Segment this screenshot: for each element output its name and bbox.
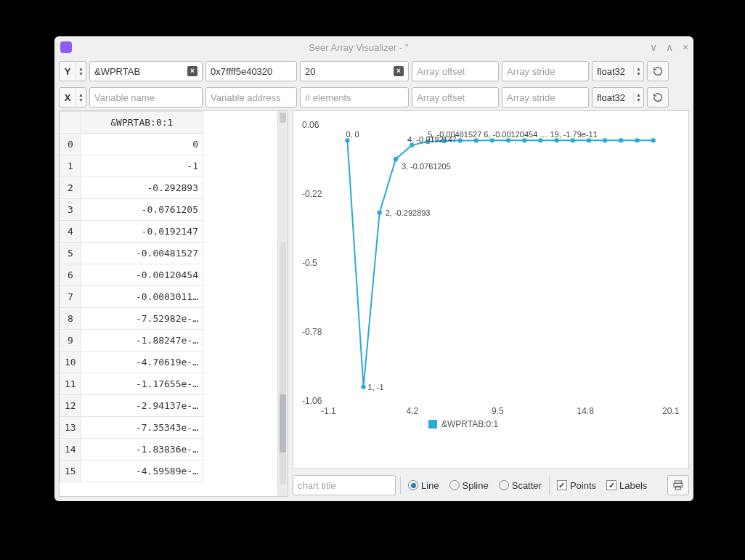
table-header[interactable]: &WPRTAB:0:1: [81, 112, 203, 134]
radio-spline[interactable]: Spline: [447, 480, 492, 491]
table-row[interactable]: 7-0.0003011…: [60, 286, 203, 308]
x-elements-placeholder: # elements: [305, 92, 351, 103]
scrollbar-thumb[interactable]: [280, 113, 286, 123]
table-row[interactable]: 13-7.35343e-…: [60, 417, 203, 439]
y-tick: -1.06: [302, 396, 322, 406]
row-index: 4: [60, 221, 81, 243]
body: &WPRTAB:0:1 001-12-0.2928933-0.07612054-…: [54, 110, 693, 501]
separator: [549, 476, 550, 494]
row-value: -0.00481527: [81, 243, 203, 264]
radio-scatter[interactable]: Scatter: [496, 480, 545, 491]
x-var-addr-input[interactable]: Variable address: [205, 87, 297, 107]
table-row[interactable]: 11-1.17655e-…: [60, 373, 203, 395]
check-labels[interactable]: ✓Labels: [603, 480, 650, 491]
x-var-name-input[interactable]: Variable name: [89, 87, 203, 107]
x-refresh-button[interactable]: [647, 87, 669, 107]
point-label-cluster: 5, -0.00481527 6, -0.00120454 … 19, -1.7…: [428, 130, 598, 139]
clear-icon[interactable]: ×: [187, 66, 198, 76]
chart-title-input[interactable]: chart title: [293, 475, 396, 495]
row-index: 2: [60, 177, 81, 199]
radio-line[interactable]: Line: [405, 480, 442, 491]
clear-icon[interactable]: ×: [394, 66, 404, 76]
spinner-icon[interactable]: ▲▼: [76, 88, 86, 107]
minimize-button[interactable]: ∨: [646, 41, 661, 53]
y-var-name-input[interactable]: &WPRTAB ×: [89, 61, 203, 81]
svg-point-3: [394, 157, 398, 161]
radio-dot-icon: [449, 480, 460, 490]
table-row[interactable]: 00: [60, 134, 203, 155]
x-dtype-value: float32: [597, 92, 625, 103]
row-index: 9: [60, 330, 81, 352]
y-elements-input[interactable]: 20 ×: [300, 61, 409, 81]
row-value: -4.59589e-…: [81, 460, 203, 482]
y-stride-input[interactable]: Array stride: [502, 61, 589, 81]
table-row[interactable]: 6-0.00120454: [60, 264, 203, 286]
y-var-name-value: &WPRTAB: [94, 66, 140, 77]
table-row[interactable]: 2-0.292893: [60, 177, 203, 199]
table-scroll[interactable]: &WPRTAB:0:1 001-12-0.2928933-0.07612054-…: [60, 111, 277, 496]
row-index: 6: [60, 264, 81, 286]
x-stride-input[interactable]: Array stride: [502, 87, 589, 107]
x-offset-placeholder: Array offset: [417, 92, 465, 103]
chart-title-placeholder: chart title: [298, 480, 336, 491]
table-row[interactable]: 12-2.94137e-…: [60, 395, 203, 417]
table-row[interactable]: 3-0.0761205: [60, 199, 203, 221]
y-offset-placeholder: Array offset: [417, 66, 465, 77]
spinner-icon[interactable]: ▲▼: [76, 62, 86, 81]
row-value: 0: [81, 134, 203, 155]
scrollbar[interactable]: [277, 111, 288, 496]
y-axis-select[interactable]: Y ▲▼: [59, 61, 86, 81]
row-index: 12: [60, 395, 81, 417]
scrollbar-thumb-bottom[interactable]: [280, 394, 286, 453]
row-index: 14: [60, 439, 81, 460]
x-tick: 4.2: [407, 406, 419, 416]
check-icon: ✓: [557, 480, 567, 490]
svg-point-17: [619, 138, 623, 142]
spinner-icon[interactable]: ▲▼: [633, 66, 643, 76]
y-refresh-button[interactable]: [647, 61, 669, 81]
row-value: -0.0761205: [81, 199, 203, 221]
close-button[interactable]: ×: [677, 41, 693, 53]
x-elements-input[interactable]: # elements: [300, 87, 409, 107]
y-dtype-select[interactable]: float32 ▲▼: [592, 61, 644, 81]
row-value: -1.88247e-…: [81, 330, 203, 352]
table-row[interactable]: 10-4.70619e-…: [60, 352, 203, 373]
spinner-icon[interactable]: ▲▼: [633, 92, 643, 102]
x-tick: 20.1: [662, 406, 679, 416]
x-axis-select[interactable]: X ▲▼: [59, 87, 86, 107]
radio-dot-icon: [408, 480, 418, 490]
table-row[interactable]: 14-1.83836e-…: [60, 439, 203, 460]
radio-spline-label: Spline: [463, 480, 489, 491]
y-row: Y ▲▼ &WPRTAB × 0x7ffff5e40320 20 × Array…: [54, 58, 693, 84]
row-value: -7.35343e-…: [81, 417, 203, 439]
table-row[interactable]: 1-1: [60, 155, 203, 177]
table-row[interactable]: 5-0.00481527: [60, 243, 203, 264]
row-value: -1.83836e-…: [81, 439, 203, 460]
table-row[interactable]: 4-0.0192147: [60, 221, 203, 243]
table-row[interactable]: 9-1.88247e-…: [60, 330, 203, 352]
chart-canvas[interactable]: &WPRTAB:0:1 0.06-0.22-0.5-0.78-1.06-1.14…: [293, 110, 689, 469]
app-icon: [60, 41, 72, 53]
row-index: 13: [60, 417, 81, 439]
maximize-button[interactable]: ∧: [661, 41, 677, 53]
print-button[interactable]: [667, 475, 689, 495]
row-value: -7.52982e-…: [81, 308, 203, 330]
y-tick: -0.5: [302, 258, 317, 268]
y-offset-input[interactable]: Array offset: [412, 61, 499, 81]
x-offset-input[interactable]: Array offset: [412, 87, 499, 107]
radio-scatter-label: Scatter: [512, 480, 542, 491]
row-value: -2.94137e-…: [81, 395, 203, 417]
row-value: -0.0192147: [81, 221, 203, 243]
y-dtype-value: float32: [597, 66, 625, 77]
table-row[interactable]: 8-7.52982e-…: [60, 308, 203, 330]
x-dtype-select[interactable]: float32 ▲▼: [592, 87, 644, 107]
svg-rect-22: [676, 486, 681, 490]
point-label: 2, -0.292893: [386, 208, 431, 217]
row-value: -0.0003011…: [81, 286, 203, 308]
y-tick: -0.22: [302, 189, 322, 199]
table-row[interactable]: 15-4.59589e-…: [60, 460, 203, 482]
y-var-addr-input[interactable]: 0x7ffff5e40320: [205, 61, 297, 81]
check-points[interactable]: ✓Points: [554, 480, 599, 491]
titlebar: Seer Array Visualizer - '' ∨ ∧ ×: [54, 36, 693, 58]
separator: [400, 476, 401, 494]
